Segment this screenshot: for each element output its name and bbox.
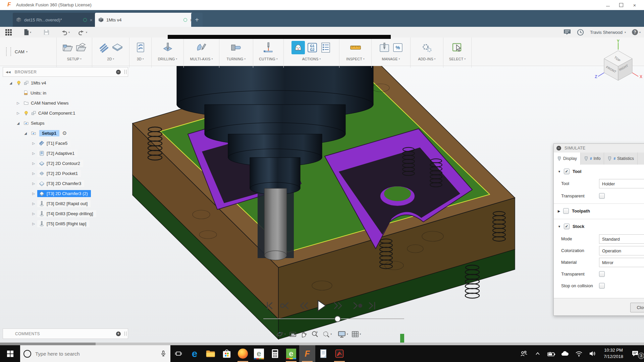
maximize-button[interactable] [614,0,628,10]
expand-arrow-icon[interactable]: ◢ [9,81,13,85]
multi-axis-icon[interactable] [196,42,208,54]
expand-arrow-icon[interactable]: ▷ [32,222,36,226]
taskbar-app-e-green[interactable]: e [283,345,299,362]
play-icon[interactable] [314,298,328,313]
tab-statistics[interactable]: # Statistics [604,153,638,165]
expand-arrow-icon[interactable]: ▷ [32,172,36,175]
tool-transparent-checkbox[interactable] [599,193,605,199]
taskbar-store[interactable] [219,345,235,362]
toolpath-checkbox[interactable] [563,208,569,214]
visibility-bulb-icon[interactable] [16,80,21,85]
panel-minus-icon[interactable]: – [116,70,121,74]
taskbar-notepad[interactable] [315,345,331,362]
2d-pocket-icon[interactable] [111,42,123,54]
tool-section-header[interactable]: ▼ ✓ Tool [558,169,581,174]
taskbar-app-e-gray[interactable]: e [251,345,267,362]
viewport-scrollbar[interactable] [0,343,644,345]
active-setup-radio-icon[interactable]: ⊙ [61,130,68,136]
taskbar-calculator[interactable] [267,345,283,362]
collapse-panel-icon[interactable]: ◀◀ [6,70,11,74]
people-icon[interactable] [518,350,530,357]
app-grid-button[interactable] [3,27,14,38]
panel-plus-icon[interactable]: + [116,331,121,336]
tree-row-selected[interactable]: ▷ [T3] 2D Chamfer3 (2) [3,189,91,198]
fast-forward-icon[interactable] [333,301,343,311]
measure-ruler-icon[interactable] [350,42,362,54]
visibility-bulb-icon[interactable] [23,111,29,116]
expand-arrow-icon[interactable]: ▷ [16,111,20,115]
task-view-button[interactable] [170,345,186,362]
group-label[interactable]: MULTI-AXIS [190,57,211,61]
scrollbar-thumb[interactable] [0,343,96,345]
expand-arrow-icon[interactable]: ▷ [16,101,20,105]
browser-panel-header[interactable]: ◀◀ BROWSER – [3,67,128,77]
display-settings-button[interactable]: ▾ [337,330,348,338]
expand-arrow-icon[interactable]: ▷ [32,192,36,195]
setup-sheet-icon[interactable] [320,42,332,54]
post-process-icon[interactable]: G1 G2 [306,42,318,54]
microphone-icon[interactable] [160,350,167,357]
comments-panel-header[interactable]: COMMENTS + [3,328,128,339]
job-status-clock-icon[interactable] [577,29,584,36]
document-tab[interactable]: det15 Rh...overed)* × [13,13,96,27]
3d-milling-icon[interactable] [135,42,147,54]
expand-arrow-icon[interactable]: ◢ [23,131,28,135]
addins-gears-icon[interactable] [421,42,433,54]
tool-checkbox[interactable]: ✓ [564,169,570,174]
panel-grip-icon[interactable] [124,331,126,336]
group-label[interactable]: MANAGE [382,57,397,61]
feedback-icon[interactable] [564,29,571,36]
simulate-dialog-header[interactable]: – SIMULATE [554,144,644,153]
group-label[interactable]: CUTTING [259,57,275,61]
taskbar-search-box[interactable] [20,345,170,362]
document-tab-active[interactable]: 1Mts v4 × [95,13,196,27]
go-to-end-icon[interactable] [367,301,378,311]
tree-row[interactable]: ▷ [T3] Drill2 [Rapid out] [3,199,91,208]
tree-row[interactable]: ▷ [T5] Drill5 [Right tap] [3,219,90,228]
close-button[interactable]: × [628,0,641,10]
user-menu[interactable]: Travis Sherwood ▾ [590,30,626,35]
group-label[interactable]: 3D [137,57,142,61]
mode-dropdown[interactable]: Standard [599,234,644,244]
file-menu-button[interactable]: ▾ [20,27,34,38]
group-label[interactable]: ACTIONS [302,57,319,61]
drilling-icon[interactable] [162,42,174,54]
group-label[interactable]: ADD-INS [418,57,433,61]
group-label[interactable]: SELECT [449,57,464,61]
taskbar-file-explorer[interactable] [203,345,219,362]
tab-close-icon[interactable]: × [90,17,93,23]
volume-icon[interactable] [587,350,598,357]
grid-settings-button[interactable]: ▾ [351,330,361,338]
group-label[interactable]: SETUP [67,57,79,61]
onedrive-icon[interactable] [559,350,571,357]
turning-icon[interactable] [230,42,242,54]
taskbar-fusion360-active[interactable]: F [299,345,315,362]
select-cursor-icon[interactable] [451,42,464,54]
cutting-icon[interactable] [262,42,274,54]
orbit-button[interactable]: ▾ [276,330,286,338]
expand-arrow-icon[interactable]: ▷ [32,141,36,145]
tray-chevron-up-icon[interactable] [532,350,543,357]
stock-section-header[interactable]: ▼ ✓ Stock [558,224,584,229]
expand-arrow-icon[interactable]: ▷ [32,182,36,185]
group-label[interactable]: INSPECT [346,57,362,61]
section-expand-icon[interactable]: ▼ [558,225,561,228]
expand-arrow-icon[interactable]: ▷ [32,212,36,216]
simulate-button-active[interactable] [291,41,305,54]
tab-info[interactable]: # Info [581,153,604,165]
next-operation-icon[interactable] [352,301,363,311]
tree-row[interactable]: ▷ CAM Component:1 [3,109,78,117]
group-label[interactable]: TURNING [227,57,244,61]
toolpath-section-header[interactable]: ▶ Toolpath [558,208,590,214]
taskbar-acrobat[interactable] [331,345,347,362]
taskbar-firefox[interactable] [235,345,251,362]
tree-row[interactable]: ▷ [T4] Drill3 [Deep drilling] [3,209,96,218]
expand-arrow-icon[interactable]: ▷ [32,162,36,165]
stock-transparent-checkbox[interactable] [599,271,605,277]
tab-display[interactable]: Display [554,153,581,165]
colorization-dropdown[interactable]: Operation [599,246,644,255]
step-back-icon[interactable] [299,301,309,311]
battery-icon[interactable] [546,350,557,357]
workspace-switcher[interactable]: CAM ▾ [0,38,56,66]
redo-button[interactable]: ▾ [75,27,90,38]
